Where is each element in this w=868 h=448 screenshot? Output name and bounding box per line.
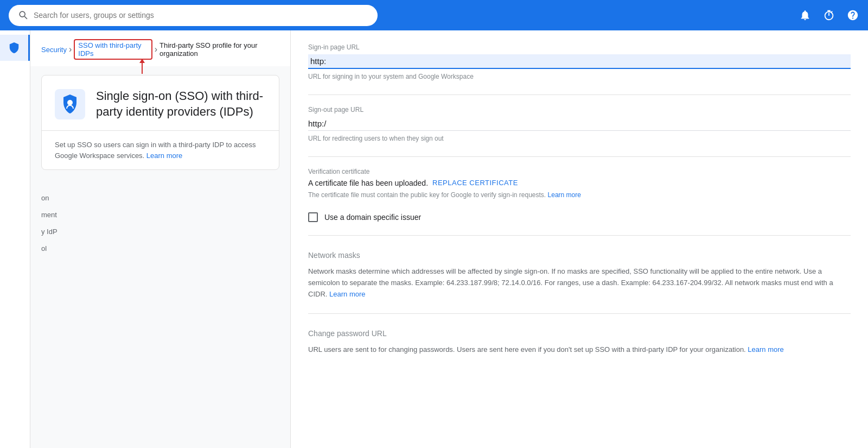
divider-2 [308,156,851,157]
sign-in-url-group: Sign-in page URL URL for signing in to y… [308,43,851,81]
change-password-learn-more-link[interactable]: Learn more [748,345,783,354]
network-masks-learn-more-link[interactable]: Learn more [329,290,365,298]
timer-icon[interactable] [822,9,835,22]
breadcrumb: Security › SSO with third-party IDPs › T… [30,30,290,66]
divider-4 [308,313,851,314]
domain-issuer-label: Use a domain specific issuer [324,213,421,222]
notification-icon[interactable] [799,9,812,22]
sign-in-url-label: Sign-in page URL [308,43,851,51]
sso-shield-icon [55,89,85,119]
sign-out-url-input[interactable] [308,117,851,131]
breadcrumb-current: Third-party SSO profile for your organiz… [159,41,279,58]
search-input[interactable] [34,11,369,20]
sidebar-nav-item-2[interactable]: ment [30,206,290,223]
divider-1 [308,94,851,95]
layout: Security › SSO with third-party IDPs › T… [0,30,868,448]
sidebar-nav-item-1[interactable]: on [30,190,290,206]
cert-learn-more-link[interactable]: Learn more [548,191,581,199]
svg-point-1 [67,100,73,105]
sidebar [0,30,30,448]
right-panel: Sign-in page URL URL for signing in to y… [291,30,868,448]
domain-issuer-row: Use a domain specific issuer [308,212,851,222]
network-masks-group: Network masks Network masks determine wh… [308,247,851,300]
cert-uploaded-text: A certificate file has been uploaded. [308,179,428,187]
change-password-url-group: Change password URL URL users are sent t… [308,325,851,356]
change-password-url-body: URL users are sent to for changing passw… [308,344,851,356]
verification-cert-label: Verification certificate [308,168,851,175]
left-panel: Security › SSO with third-party IDPs › T… [30,30,291,448]
sso-card-header: Single sign-on (SSO) with third-party id… [42,75,279,131]
breadcrumb-security[interactable]: Security [41,46,67,54]
breadcrumb-arrow-1: › [69,45,72,54]
sign-out-url-label: Sign-out page URL [308,106,851,113]
change-password-url-title: Change password URL [308,325,851,338]
search-box[interactable] [9,5,378,26]
annotation-arrowhead [139,59,145,63]
left-content: Security › SSO with third-party IDPs › T… [30,30,290,268]
domain-issuer-checkbox[interactable] [308,212,318,222]
sidebar-text-items: on ment y IdP ol [30,179,290,268]
help-icon[interactable] [846,9,859,22]
topbar-icons [799,9,859,22]
divider-3 [308,235,851,236]
topbar [0,0,868,30]
network-masks-body: Network masks determine which addresses … [308,266,851,300]
search-icon [17,9,28,22]
cert-row: A certificate file has been uploaded. RE… [308,179,851,187]
sso-card-body: Set up SSO so users can sign in with a t… [42,131,279,169]
breadcrumb-sso[interactable]: SSO with third-party IDPs [74,39,152,60]
sso-card: Single sign-on (SSO) with third-party id… [41,75,279,170]
sign-in-url-input[interactable] [308,54,851,69]
replace-cert-link[interactable]: REPLACE CERTIFICATE [432,179,518,187]
breadcrumb-arrow-2: › [155,45,157,54]
sign-in-url-help: URL for signing in to your system and Go… [308,72,851,81]
sign-out-url-help: URL for redirecting users to when they s… [308,134,851,143]
main-content: Security › SSO with third-party IDPs › T… [30,30,868,448]
sidebar-item-active[interactable] [0,35,30,61]
form-section: Sign-in page URL URL for signing in to y… [308,30,851,356]
sidebar-nav-item-3[interactable]: y IdP [30,223,290,240]
verification-cert-group: Verification certificate A certificate f… [308,168,851,200]
network-masks-title: Network masks [308,247,851,260]
sso-learn-more-link[interactable]: Learn more [146,152,182,160]
sign-out-url-group: Sign-out page URL URL for redirecting us… [308,106,851,143]
sidebar-nav-item-4[interactable]: ol [30,240,290,257]
sso-card-title: Single sign-on (SSO) with third-party id… [96,89,266,119]
cert-help: The certificate file must contain the pu… [308,191,851,200]
